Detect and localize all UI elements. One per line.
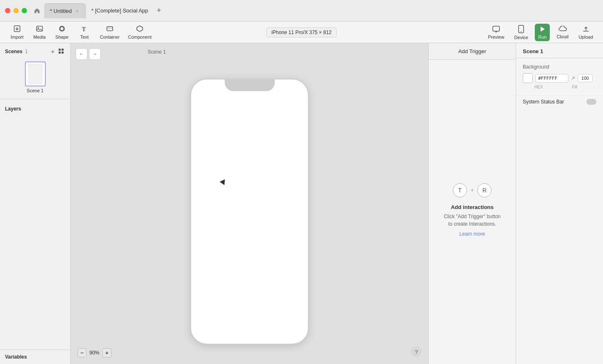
background-label: Background [523, 64, 596, 70]
phone-mockup [190, 79, 309, 344]
shape-label: Shape [55, 34, 69, 39]
phone-notch [225, 79, 274, 91]
sidebar-divider [0, 99, 70, 99]
text-label: Text [80, 34, 89, 39]
response-badge: R [477, 183, 492, 197]
svg-point-2 [38, 27, 39, 29]
component-button[interactable]: Component [125, 23, 155, 41]
upload-label: Upload [578, 34, 593, 39]
container-button[interactable]: Container [96, 23, 123, 41]
container-label: Container [100, 34, 120, 39]
hex-meta-label: HEX [534, 85, 543, 89]
color-row: ↗ [523, 73, 596, 83]
link-icon[interactable]: ↗ [571, 75, 575, 81]
run-label: Run [538, 34, 546, 39]
tab-untitled[interactable]: * Untitled × [44, 3, 86, 18]
device-icon [518, 25, 524, 34]
color-meta: HEX Fill [523, 85, 596, 89]
trigger-badge: T [453, 183, 467, 197]
variables-label: Variables [5, 354, 27, 360]
preview-button[interactable]: Preview [484, 24, 507, 41]
tabs-container: * Untitled × * [Complete] Social App + [44, 3, 598, 18]
canvas-area[interactable]: ← → Scene 1 − 90% + ? [71, 43, 428, 364]
add-tab-button[interactable]: + [154, 6, 164, 16]
t-r-badge: T + R [453, 183, 492, 197]
cloud-label: Cloud [556, 34, 568, 39]
text-icon: T [81, 25, 88, 34]
device-btn-label: Device [514, 35, 529, 40]
scene-thumbnail [25, 61, 46, 86]
system-status-label: System Status Bar [523, 99, 564, 105]
background-section: Background ↗ HEX Fill [516, 58, 603, 96]
zoom-controls: − 90% + [77, 348, 111, 357]
hex-input[interactable] [535, 74, 568, 83]
import-label: Import [10, 34, 23, 39]
tab-close-icon[interactable]: × [74, 8, 80, 14]
help-button[interactable]: ? [411, 347, 422, 357]
close-button[interactable] [5, 8, 10, 13]
device-button[interactable]: Device [511, 23, 532, 42]
scenes-title: Scenes 1 [5, 49, 28, 54]
nav-back-button[interactable]: ← [76, 48, 87, 60]
svg-rect-1 [37, 26, 42, 31]
device-selector[interactable]: iPhone 11 Pro/X 375 × 812 [266, 27, 337, 37]
preview-label: Preview [488, 34, 504, 39]
right-panels: Add Trigger T + R Add interactions [428, 43, 603, 364]
upload-icon [582, 25, 590, 34]
run-button[interactable]: Run [535, 24, 550, 41]
scenes-actions: + [50, 47, 65, 56]
toolbar-left: Import Media Shape [0, 23, 266, 41]
svg-rect-6 [107, 27, 113, 31]
main-layout: Scenes 1 + Scene [0, 43, 603, 364]
system-status-toggle[interactable] [586, 99, 596, 105]
svg-rect-16 [62, 49, 64, 51]
titlebar: * Untitled × * [Complete] Social App + [0, 0, 603, 22]
interactions-desc: Click "Add Trigger" buttonto create Inte… [444, 213, 501, 228]
shape-button[interactable]: Shape [52, 23, 72, 41]
cloud-button[interactable]: Cloud [553, 24, 572, 41]
right-split: Add Trigger T + R Add interactions [429, 43, 603, 364]
zoom-value: 90% [88, 350, 101, 356]
run-icon [539, 25, 546, 34]
upload-button[interactable]: Upload [575, 24, 596, 41]
svg-rect-15 [59, 49, 61, 51]
preview-icon [492, 25, 500, 34]
tab-social-app[interactable]: * [Complete] Social App [86, 3, 153, 18]
window-controls [5, 8, 27, 13]
svg-rect-4 [60, 27, 64, 30]
svg-rect-9 [493, 26, 499, 31]
zoom-in-button[interactable]: + [102, 348, 111, 357]
scene-item[interactable]: Scene 1 [3, 60, 67, 95]
minimize-button[interactable] [13, 8, 19, 13]
tab-untitled-label: * Untitled [50, 8, 72, 14]
home-icon[interactable] [32, 6, 42, 16]
toolbar-right: Preview Device Run [337, 23, 603, 42]
interactions-placeholder: T + R Add interactions Click "Add Trigge… [429, 60, 516, 360]
fill-input[interactable] [578, 74, 593, 82]
layers-title: Layers [5, 106, 21, 112]
maximize-button[interactable] [22, 8, 27, 13]
properties-panel: Scene 1 Background ↗ HEX Fill [516, 43, 603, 364]
shape-icon [58, 25, 66, 34]
scene-props-title: Scene 1 [523, 48, 543, 54]
learn-more-link[interactable]: Learn more [460, 231, 485, 237]
scenes-list: Scene 1 [0, 58, 70, 96]
media-label: Media [33, 34, 46, 39]
svg-rect-17 [59, 52, 61, 54]
media-button[interactable]: Media [29, 23, 50, 41]
zoom-out-button[interactable]: − [77, 348, 86, 357]
scenes-view-toggle[interactable] [58, 47, 65, 56]
component-icon [136, 25, 143, 34]
nav-forward-button[interactable]: → [89, 48, 101, 60]
color-swatch[interactable] [523, 73, 533, 83]
add-scene-button[interactable]: + [50, 47, 55, 56]
import-button[interactable]: Import [7, 23, 27, 41]
tab-social-label: * [Complete] Social App [91, 7, 148, 14]
layers-section: Layers [0, 102, 70, 114]
svg-marker-14 [541, 27, 545, 32]
sidebar-bottom: Variables [0, 349, 70, 364]
add-trigger-button[interactable]: Add Trigger [458, 48, 486, 54]
trigger-header: Add Trigger [429, 43, 516, 60]
text-button[interactable]: T Text [74, 23, 95, 41]
trigger-panel: Add Trigger T + R Add interactions [429, 43, 516, 364]
